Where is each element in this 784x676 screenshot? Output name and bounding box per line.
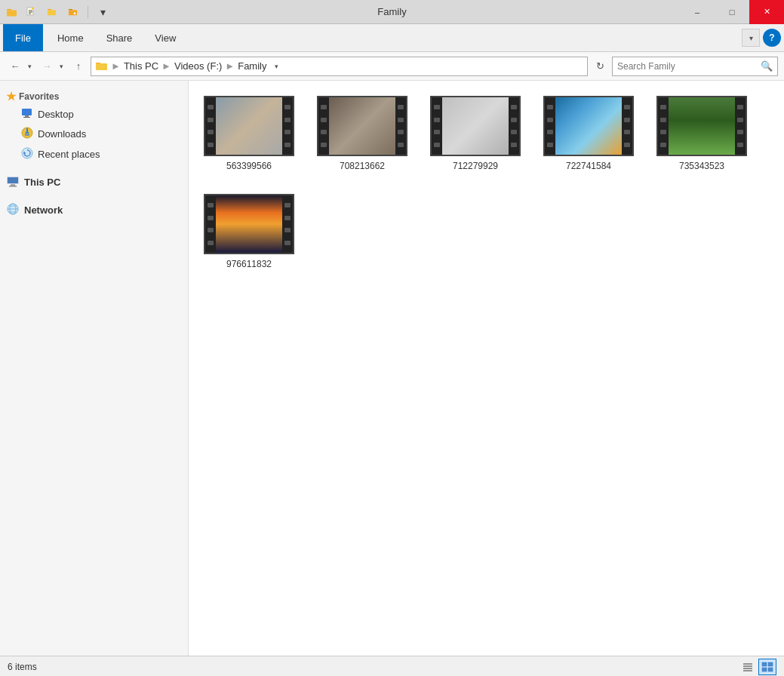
sidebar-item-downloads-label: Downloads: [38, 128, 86, 140]
view-controls: [739, 659, 776, 675]
svg-rect-39: [768, 668, 773, 671]
file-item-file-6[interactable]: 976611832: [204, 194, 294, 269]
tab-home[interactable]: Home: [46, 24, 95, 51]
back-dropdown-button[interactable]: ▾: [24, 57, 35, 75]
film-hole: [321, 105, 327, 109]
nav-forward-group: → ▾: [38, 57, 66, 75]
film-hole: [284, 118, 291, 122]
favorites-header: ★ Favorites: [0, 87, 188, 105]
film-hole: [547, 118, 553, 122]
qat-open-btn[interactable]: [44, 4, 60, 20]
film-hole: [208, 130, 214, 134]
film-hole: [208, 216, 214, 220]
ribbon-tabs: File Home Share View ▾ ?: [0, 24, 784, 51]
network-icon: [6, 203, 20, 217]
address-path[interactable]: ► This PC ► Videos (F:) ► Family ▾: [91, 57, 588, 76]
path-thispc: This PC: [124, 60, 158, 72]
file-name: 708213662: [340, 161, 385, 171]
file-item-file-1[interactable]: 563399566: [204, 96, 294, 171]
up-button[interactable]: ↑: [69, 57, 88, 75]
search-input[interactable]: [617, 61, 761, 72]
qat-folder2-btn[interactable]: ▲: [65, 4, 81, 20]
details-view-button[interactable]: [739, 659, 757, 675]
large-icon-view-button[interactable]: [758, 659, 776, 675]
film-hole: [660, 143, 666, 147]
film-strip-right: [282, 195, 293, 253]
qat-dropdown-btn[interactable]: ▾: [94, 4, 111, 20]
toolbar-divider: [88, 6, 88, 18]
film-hole: [624, 130, 630, 134]
film-hole: [434, 143, 440, 147]
sidebar-network-label: Network: [24, 204, 63, 216]
file-name: 722741584: [566, 161, 611, 171]
video-thumbnail: [204, 194, 294, 254]
file-item-file-5[interactable]: 735343523: [656, 96, 747, 171]
svg-text:▲: ▲: [72, 11, 77, 15]
film-strip-left: [205, 97, 216, 155]
forward-dropdown-button[interactable]: ▾: [56, 57, 66, 75]
film-hole: [208, 143, 214, 147]
file-menu-button[interactable]: File: [3, 24, 43, 51]
svg-rect-2: [7, 10, 17, 16]
video-image: [442, 97, 509, 155]
minimize-button[interactable]: –: [680, 0, 715, 24]
film-strip-left: [205, 195, 216, 253]
film-hole: [284, 216, 291, 220]
film-strip-left: [545, 97, 555, 155]
svg-rect-21: [25, 134, 29, 136]
tab-view[interactable]: View: [143, 24, 187, 51]
forward-button[interactable]: →: [38, 57, 56, 75]
sidebar-item-desktop-label: Desktop: [38, 109, 74, 120]
main-layout: ★ Favorites Desktop D: [0, 81, 784, 656]
file-item-file-3[interactable]: 712279929: [430, 96, 521, 171]
film-hole: [660, 118, 666, 122]
back-button[interactable]: ←: [6, 57, 24, 75]
file-item-file-2[interactable]: 708213662: [317, 96, 407, 171]
favorites-label: Favorites: [19, 91, 59, 102]
svg-rect-14: [96, 63, 107, 70]
path-dropdown-button[interactable]: ▾: [269, 57, 283, 76]
refresh-button[interactable]: ↻: [591, 57, 609, 75]
film-hole: [284, 228, 291, 232]
film-hole: [737, 105, 743, 109]
maximize-button[interactable]: □: [715, 0, 749, 24]
film-hole: [208, 105, 214, 109]
film-hole: [321, 143, 327, 147]
sidebar-item-network[interactable]: Network: [0, 198, 188, 220]
film-hole: [624, 105, 630, 109]
path-separator-2: ►: [161, 60, 171, 72]
ribbon-collapse-btn[interactable]: ▾: [742, 29, 760, 47]
help-button[interactable]: ?: [763, 29, 781, 47]
svg-rect-0: [7, 9, 11, 11]
statusbar: 6 items: [0, 656, 784, 676]
svg-rect-8: [48, 9, 51, 10]
qat-new-btn[interactable]: [23, 4, 39, 20]
film-strip-left: [432, 97, 442, 155]
file-item-file-4[interactable]: 722741584: [543, 96, 634, 171]
svg-rect-25: [11, 184, 15, 186]
search-box: 🔍: [612, 57, 778, 76]
tab-share[interactable]: Share: [95, 24, 144, 51]
files-grid: 563399566 708213662: [204, 96, 769, 269]
film-hole: [208, 203, 214, 207]
content-area: 563399566 708213662: [189, 81, 784, 656]
film-hole: [660, 105, 666, 109]
film-hole: [398, 130, 404, 134]
sidebar-item-downloads[interactable]: Downloads: [0, 124, 188, 144]
sidebar-item-desktop[interactable]: Desktop: [0, 105, 188, 124]
file-name: 563399566: [226, 161, 272, 171]
video-image: [555, 97, 622, 155]
film-hole: [284, 241, 291, 245]
film-hole: [624, 143, 630, 147]
close-button[interactable]: ✕: [749, 0, 784, 24]
thispc-section: This PC: [0, 171, 188, 192]
film-hole: [624, 118, 630, 122]
sidebar-item-recent[interactable]: Recent places: [0, 144, 188, 164]
sidebar-item-thispc[interactable]: This PC: [0, 171, 188, 192]
svg-rect-26: [9, 186, 17, 187]
path-separator-1: ►: [111, 60, 121, 72]
film-hole: [284, 143, 291, 147]
recent-icon: [21, 147, 33, 161]
search-submit-button[interactable]: 🔍: [761, 60, 773, 72]
video-thumbnail: [430, 96, 521, 156]
